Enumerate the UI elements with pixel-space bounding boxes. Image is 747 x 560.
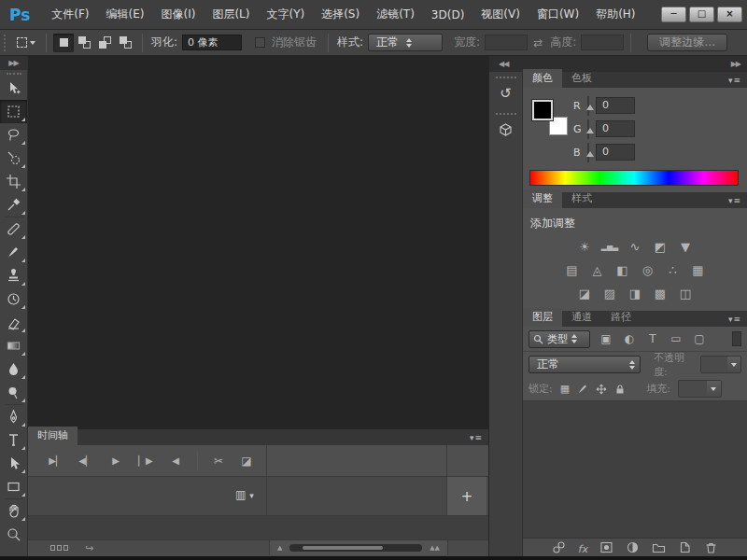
- layers-list-empty[interactable]: [523, 401, 747, 539]
- history-panel-button[interactable]: ↺: [493, 81, 519, 105]
- type-tool[interactable]: [0, 428, 27, 452]
- quick-selection-tool[interactable]: [0, 147, 27, 170]
- options-grip[interactable]: [4, 35, 7, 51]
- render-video-icon[interactable]: ↪: [85, 542, 93, 554]
- photo-filter-icon[interactable]: ◎: [639, 262, 656, 278]
- opacity-select[interactable]: [700, 356, 741, 373]
- path-selection-tool[interactable]: [0, 452, 27, 475]
- channel-mixer-icon[interactable]: ∴: [664, 262, 682, 278]
- intersect-selection-button[interactable]: [115, 34, 135, 52]
- black-white-icon[interactable]: ◧: [613, 262, 631, 278]
- swap-width-height-icon[interactable]: ⇄: [533, 36, 543, 49]
- lock-all-icon[interactable]: [614, 384, 626, 395]
- spot-healing-brush-tool[interactable]: [0, 217, 27, 241]
- color-panel-menu-icon[interactable]: ▾≡: [728, 76, 741, 85]
- dodge-tool[interactable]: [0, 381, 27, 404]
- strip-grip[interactable]: [496, 113, 516, 115]
- close-button[interactable]: ×: [717, 7, 742, 22]
- rectangular-marquee-tool[interactable]: [0, 100, 27, 123]
- collapse-strip-icon[interactable]: ◀◀: [489, 60, 508, 68]
- timeline-zoom-slider[interactable]: [289, 544, 422, 552]
- zoom-slider-handle[interactable]: [303, 546, 383, 550]
- menu-file[interactable]: 文件(F): [43, 7, 97, 22]
- red-value-field[interactable]: 0: [596, 97, 635, 114]
- vibrance-icon[interactable]: ▼: [677, 239, 695, 255]
- new-selection-button[interactable]: [53, 34, 74, 52]
- play-button[interactable]: ▶: [101, 455, 131, 466]
- menu-select[interactable]: 选择(S): [313, 7, 368, 22]
- green-value-field[interactable]: 0: [596, 120, 635, 137]
- zoom-in-icon[interactable]: ▲▲: [430, 544, 440, 552]
- previous-frame-button[interactable]: ◀▏: [71, 455, 101, 466]
- filter-adjustment-layers-icon[interactable]: ◐: [622, 332, 637, 345]
- foreground-color-swatch[interactable]: [532, 100, 553, 120]
- gradient-map-icon[interactable]: ▩: [652, 286, 669, 301]
- document-canvas-area[interactable]: [28, 56, 488, 429]
- layer-filter-toggle[interactable]: [732, 331, 741, 346]
- lock-position-icon[interactable]: [596, 384, 607, 395]
- toolbar-collapse-button[interactable]: ▶▶: [0, 56, 27, 70]
- strip-grip[interactable]: [496, 77, 516, 78]
- red-slider-thumb[interactable]: [586, 105, 594, 110]
- audio-mute-button[interactable]: ◀: [161, 455, 190, 466]
- tab-channels[interactable]: 通道: [562, 308, 601, 327]
- tab-layers[interactable]: 图层: [523, 308, 562, 327]
- clone-stamp-tool[interactable]: [0, 264, 27, 287]
- menu-layer[interactable]: 图层(L): [204, 7, 258, 22]
- blue-value-field[interactable]: 0: [596, 144, 635, 161]
- menu-type[interactable]: 文字(Y): [258, 7, 313, 22]
- filter-smart-objects-icon[interactable]: ▢: [692, 332, 707, 345]
- spectrum-bw-end[interactable]: [726, 170, 739, 186]
- levels-icon[interactable]: ▂▅▃: [601, 239, 619, 255]
- width-input[interactable]: [485, 35, 528, 50]
- invert-icon[interactable]: ◪: [576, 286, 594, 301]
- subtract-from-selection-button[interactable]: [94, 34, 115, 52]
- zoom-out-icon[interactable]: ▲: [277, 544, 282, 552]
- menu-help[interactable]: 帮助(H): [587, 7, 643, 22]
- history-brush-tool[interactable]: [0, 287, 27, 311]
- color-balance-icon[interactable]: ◬: [588, 262, 606, 278]
- filter-kind-select[interactable]: 类型: [529, 330, 590, 348]
- hue-saturation-icon[interactable]: ▤: [563, 262, 581, 278]
- split-clip-button[interactable]: ✂: [204, 455, 233, 468]
- eraser-tool[interactable]: [0, 311, 27, 334]
- menu-filter[interactable]: 滤镜(T): [368, 7, 423, 22]
- tab-color[interactable]: 颜色: [523, 69, 562, 88]
- layers-panel-menu-icon[interactable]: ▾≡: [728, 315, 741, 324]
- height-input[interactable]: [581, 35, 624, 50]
- lock-image-pixels-icon[interactable]: [577, 384, 588, 395]
- menu-edit[interactable]: 编辑(E): [98, 7, 153, 22]
- style-select[interactable]: 正常: [368, 34, 443, 51]
- color-lookup-icon[interactable]: ▦: [689, 262, 707, 278]
- menu-window[interactable]: 窗口(W): [529, 7, 587, 22]
- hand-tool[interactable]: [0, 499, 27, 523]
- filter-pixel-layers-icon[interactable]: ▣: [599, 332, 613, 345]
- go-to-first-frame-button[interactable]: ▶▏: [41, 455, 71, 466]
- tab-swatches[interactable]: 色板: [562, 69, 601, 88]
- curves-icon[interactable]: ∿: [627, 239, 644, 255]
- properties-3d-panel-button[interactable]: [493, 118, 519, 142]
- zoom-tool[interactable]: [0, 523, 27, 546]
- refine-edge-button[interactable]: 调整边缘…: [647, 34, 727, 51]
- timeline-panel-menu-icon[interactable]: ▾≡: [470, 433, 483, 442]
- blend-mode-select[interactable]: 正常: [529, 356, 641, 373]
- lasso-tool[interactable]: [0, 123, 27, 147]
- green-slider-thumb[interactable]: [586, 128, 594, 133]
- menu-image[interactable]: 图像(I): [153, 7, 204, 22]
- maximize-button[interactable]: □: [689, 7, 714, 22]
- eyedropper-tool[interactable]: [0, 193, 27, 217]
- blur-tool[interactable]: [0, 357, 27, 381]
- feather-input[interactable]: [182, 35, 242, 50]
- video-track-icon[interactable]: ▥ ▾: [235, 488, 254, 501]
- blue-slider-thumb[interactable]: [586, 151, 594, 157]
- move-tool[interactable]: [0, 77, 27, 100]
- selective-color-icon[interactable]: ◫: [677, 286, 695, 301]
- toolbar-grip[interactable]: [7, 73, 21, 75]
- color-spectrum-ramp[interactable]: [529, 170, 739, 186]
- rectangle-shape-tool[interactable]: [0, 475, 27, 498]
- gradient-tool[interactable]: [0, 334, 27, 357]
- menu-3d[interactable]: 3D(D): [423, 8, 472, 21]
- filter-shape-layers-icon[interactable]: ▭: [669, 332, 684, 345]
- lock-transparent-pixels-icon[interactable]: ▦: [560, 383, 570, 395]
- minimize-button[interactable]: ─: [661, 7, 686, 22]
